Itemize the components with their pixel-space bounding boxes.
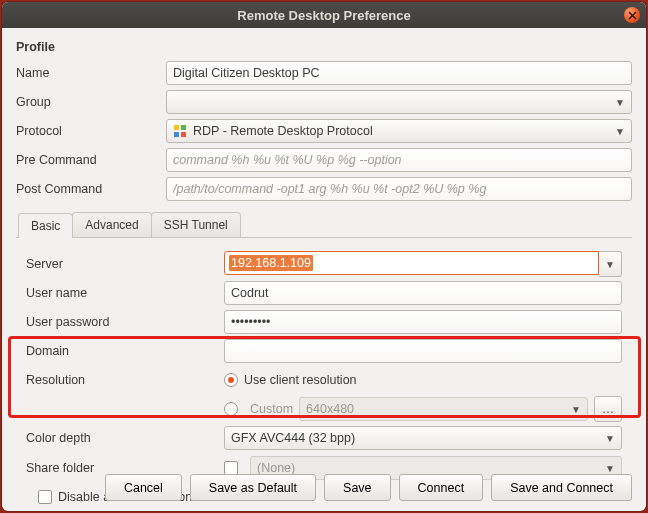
- server-field[interactable]: 192.168.1.109: [224, 251, 599, 275]
- profile-heading: Profile: [16, 40, 632, 54]
- chevron-down-icon: ▼: [605, 463, 615, 474]
- domain-field[interactable]: [224, 339, 622, 363]
- svg-rect-3: [181, 132, 186, 137]
- tab-basic[interactable]: Basic: [18, 213, 73, 238]
- disable-reconnect-check[interactable]: [38, 490, 52, 504]
- close-button[interactable]: [624, 7, 640, 23]
- resolution-label: Resolution: [26, 373, 224, 387]
- password-field[interactable]: [224, 310, 622, 334]
- domain-label: Domain: [26, 344, 224, 358]
- page-title: Remote Desktop Preference: [237, 8, 410, 23]
- resolution-custom-combo[interactable]: 640x480▼: [299, 397, 588, 421]
- chevron-down-icon: ▼: [615, 97, 625, 108]
- close-icon: [628, 11, 637, 20]
- connect-button[interactable]: Connect: [399, 474, 484, 501]
- server-label: Server: [26, 257, 224, 271]
- rdp-icon: [173, 124, 187, 138]
- protocol-label: Protocol: [16, 124, 166, 138]
- colordepth-combo[interactable]: GFX AVC444 (32 bpp)▼: [224, 426, 622, 450]
- save-default-button[interactable]: Save as Default: [190, 474, 316, 501]
- resolution-client-radio[interactable]: [224, 373, 238, 387]
- save-button[interactable]: Save: [324, 474, 391, 501]
- username-label: User name: [26, 286, 224, 300]
- resolution-client-label: Use client resolution: [244, 373, 357, 387]
- colordepth-label: Color depth: [26, 431, 224, 445]
- precommand-field[interactable]: [166, 148, 632, 172]
- password-label: User password: [26, 315, 224, 329]
- group-label: Group: [16, 95, 166, 109]
- chevron-down-icon: ▼: [571, 404, 581, 415]
- svg-rect-0: [174, 125, 179, 130]
- svg-rect-2: [174, 132, 179, 137]
- name-label: Name: [16, 66, 166, 80]
- chevron-down-icon: ▼: [615, 126, 625, 137]
- sharefolder-check[interactable]: [224, 461, 238, 475]
- resolution-more-button[interactable]: …: [594, 396, 622, 422]
- group-combo[interactable]: ▼: [166, 90, 632, 114]
- cancel-button[interactable]: Cancel: [105, 474, 182, 501]
- server-history-button[interactable]: ▼: [599, 251, 622, 277]
- name-field[interactable]: [166, 61, 632, 85]
- resolution-custom-radio[interactable]: [224, 402, 238, 416]
- protocol-combo[interactable]: RDP - Remote Desktop Protocol ▼: [166, 119, 632, 143]
- resolution-custom-label: Custom: [250, 402, 293, 416]
- postcommand-field[interactable]: [166, 177, 632, 201]
- username-field[interactable]: [224, 281, 622, 305]
- tabs: Basic Advanced SSH Tunnel: [16, 212, 632, 238]
- svg-rect-1: [181, 125, 186, 130]
- precommand-label: Pre Command: [16, 153, 166, 167]
- tab-ssh[interactable]: SSH Tunnel: [151, 212, 241, 237]
- postcommand-label: Post Command: [16, 182, 166, 196]
- tab-advanced[interactable]: Advanced: [72, 212, 151, 237]
- chevron-down-icon: ▼: [605, 433, 615, 444]
- save-connect-button[interactable]: Save and Connect: [491, 474, 632, 501]
- sharefolder-label: Share folder: [26, 461, 224, 475]
